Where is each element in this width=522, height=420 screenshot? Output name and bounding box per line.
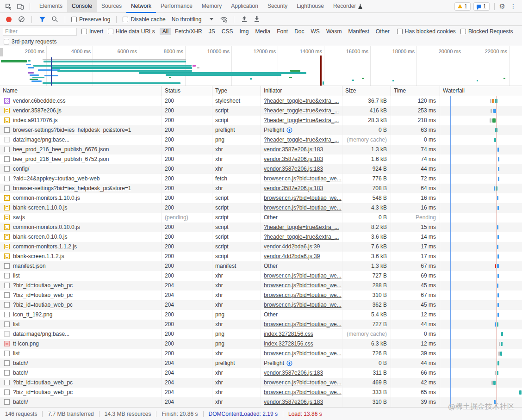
initiator-link[interactable]: vendor.3587e206.js:183 xyxy=(264,185,323,191)
cell-name[interactable]: blank-screen.1.10.0.js xyxy=(0,203,162,213)
tab-security[interactable]: Security xyxy=(263,0,292,13)
initiator-link[interactable]: vendor.3587e206.js:183 xyxy=(264,399,323,405)
cell-name[interactable]: ?aid=24&appkey=toutiao_web-web xyxy=(0,174,162,184)
cell-name[interactable]: common-monitors.1.1.2.js xyxy=(0,242,162,252)
column-header-waterfall[interactable]: Waterfall xyxy=(440,86,522,96)
initiator-link[interactable]: index.32728156.css xyxy=(264,340,313,347)
cell-name[interactable]: list xyxy=(0,320,162,329)
cell-name[interactable]: list xyxy=(0,349,162,358)
initiator-link[interactable]: browser.cn.js?bid=toutiao_we... xyxy=(264,389,342,395)
column-header-initiator[interactable]: Initiator xyxy=(261,86,342,96)
initiator-link[interactable]: ?header_toggle=true&extra_... xyxy=(264,107,339,114)
initiator-link[interactable]: vendor.3587e206.js:183 xyxy=(264,166,323,172)
settings-gear-icon[interactable]: ⚙ xyxy=(499,3,505,10)
initiator-link[interactable]: browser.cn.js?bid=toutiao_we... xyxy=(264,292,342,298)
cell-name[interactable]: ?biz_id=toutiao_web_pc xyxy=(0,290,162,300)
filter-type-js[interactable]: JS xyxy=(206,28,218,35)
cell-name[interactable]: manifest.json xyxy=(0,261,162,271)
table-row[interactable]: list200xhrbrowser.cn.js?bid=toutiao_we..… xyxy=(0,271,522,281)
initiator-link[interactable]: ?header_toggle=true&extra_... xyxy=(264,234,339,240)
table-row[interactable]: tt-icon.png200pngindex.32728156.css6.3 k… xyxy=(0,339,522,349)
search-icon[interactable] xyxy=(50,15,59,24)
cell-name[interactable]: blank-screen.1.1.2.js xyxy=(0,252,162,261)
table-row[interactable]: common-monitors.0.10.0.js200script?heade… xyxy=(0,222,522,232)
table-row[interactable]: common-monitors.1.10.0.js200scriptbrowse… xyxy=(0,193,522,203)
table-row[interactable]: list200xhrbrowser.cn.js?bid=toutiao_we..… xyxy=(0,320,522,329)
initiator-link[interactable]: ?header_toggle=true&extra_... xyxy=(264,224,339,230)
column-header-type[interactable]: Type xyxy=(212,86,261,96)
cell-name[interactable]: common-monitors.0.10.0.js xyxy=(0,222,162,232)
table-row[interactable]: blank-screen.1.1.2.js200scriptvendor.4dd… xyxy=(0,252,522,261)
filter-type-css[interactable]: CSS xyxy=(219,28,236,35)
cell-name[interactable]: data:image/png;base... xyxy=(0,329,162,339)
filter-type-all[interactable]: All xyxy=(160,28,171,35)
export-har-icon[interactable] xyxy=(253,15,261,24)
filter-type-other[interactable]: Other xyxy=(373,28,392,35)
cell-name[interactable]: blank-screen.0.10.0.js xyxy=(0,232,162,242)
table-row[interactable]: ?aid=24&appkey=toutiao_web-web200fetchbr… xyxy=(0,174,522,184)
table-row[interactable]: sw.js(pending)scriptOther0 BPending xyxy=(0,213,522,222)
cell-name[interactable]: batch/ xyxy=(0,358,162,368)
filter-input[interactable] xyxy=(3,28,77,36)
tab-recorder[interactable]: Recorder xyxy=(329,0,367,13)
initiator-link[interactable]: vendor.3587e206.js:183 xyxy=(264,146,323,153)
cell-name[interactable]: batch/ xyxy=(0,368,162,378)
blocked-requests-checkbox[interactable] xyxy=(460,29,466,34)
cell-name[interactable]: browser-settings?bid=ies_helpdesk_pc&sto… xyxy=(0,184,162,193)
table-row[interactable]: icon_tt_192.png200pngOther5.4 kB12 ms xyxy=(0,310,522,320)
cell-name[interactable]: tt-icon.png xyxy=(0,339,162,349)
has-blocked-cookies-checkbox[interactable] xyxy=(397,29,403,34)
cell-name[interactable]: bee_prod_216_bee_publish_6676.json xyxy=(0,145,162,154)
initiator-link[interactable]: browser.cn.js?bid=toutiao_we... xyxy=(264,321,342,327)
cell-name[interactable]: batch/ xyxy=(0,397,162,407)
tab-memory[interactable]: Memory xyxy=(197,0,226,13)
table-row[interactable]: ?biz_id=toutiao_web_pc204xhrbrowser.cn.j… xyxy=(0,388,522,397)
cell-name[interactable]: vendor.c6beddde.css xyxy=(0,96,162,106)
filter-type-media[interactable]: Media xyxy=(252,28,273,35)
table-row[interactable]: batch/204xhrvendor.3587e206.js:183311 B6… xyxy=(0,368,522,378)
cell-name[interactable]: index.a9117076.js xyxy=(0,116,162,125)
table-row[interactable]: ?biz_id=toutiao_web_pc204xhrbrowser.cn.j… xyxy=(0,300,522,310)
tab-lighthouse[interactable]: Lighthouse xyxy=(292,0,329,13)
more-options-icon[interactable]: ⋮ xyxy=(508,3,518,10)
table-row[interactable]: index.a9117076.js200script?header_toggle… xyxy=(0,116,522,125)
cell-name[interactable]: icon_tt_192.png xyxy=(0,310,162,320)
initiator-link[interactable]: vendor.3587e206.js:183 xyxy=(264,370,323,376)
load-time[interactable]: Load: 13.86 s xyxy=(283,411,327,417)
cell-name[interactable]: browser-settings?bid=ies_helpdesk_pc&sto… xyxy=(0,125,162,135)
filter-type-fetch-xhr[interactable]: Fetch/XHR xyxy=(172,28,205,35)
throttling-select[interactable]: No throttling xyxy=(170,16,216,23)
initiator-link[interactable]: browser.cn.js?bid=toutiao_we... xyxy=(264,302,342,308)
filter-type-manifest[interactable]: Manifest xyxy=(345,28,372,35)
table-row[interactable]: list200xhrbrowser.cn.js?bid=toutiao_we..… xyxy=(0,349,522,358)
cell-name[interactable]: ?biz_id=toutiao_web_pc xyxy=(0,388,162,397)
initiator-link[interactable]: vendor.3587e206.js:183 xyxy=(264,156,323,162)
preflight-request-icon[interactable] xyxy=(284,127,292,133)
table-row[interactable]: bee_prod_216_bee_publish_6752.json200xhr… xyxy=(0,154,522,164)
tab-performance[interactable]: Performance xyxy=(156,0,197,13)
clear-network-log-icon[interactable] xyxy=(17,15,25,24)
table-row[interactable]: bee_prod_216_bee_publish_6676.json200xhr… xyxy=(0,145,522,154)
table-row[interactable]: common-monitors.1.1.2.js200scriptvendor.… xyxy=(0,242,522,252)
initiator-link[interactable]: vendor.4dd2bda6.js:39 xyxy=(264,253,320,259)
tab-console[interactable]: Console xyxy=(67,0,97,13)
initiator-link[interactable]: browser.cn.js?bid=toutiao_we... xyxy=(264,272,342,279)
column-header-status[interactable]: Status xyxy=(162,86,212,96)
initiator-link[interactable]: browser.cn.js?bid=toutiao_we... xyxy=(264,204,342,211)
initiator-link[interactable]: browser.cn.js?bid=toutiao_we... xyxy=(264,175,342,182)
tab-network[interactable]: Network xyxy=(126,0,156,13)
record-network-log-button[interactable] xyxy=(5,15,13,24)
table-row[interactable]: vendor.3587e206.js200script?header_toggl… xyxy=(0,106,522,116)
table-row[interactable]: browser-settings?bid=ies_helpdesk_pc&sto… xyxy=(0,125,522,135)
device-toolbar-icon[interactable] xyxy=(16,2,25,11)
table-row[interactable]: config/200xhrvendor.3587e206.js:183924 B… xyxy=(0,164,522,174)
import-har-icon[interactable] xyxy=(240,15,249,24)
initiator-link[interactable]: vendor.4dd2bda6.js:39 xyxy=(264,243,320,250)
third-party-checkbox[interactable] xyxy=(4,39,9,44)
cell-name[interactable]: ?biz_id=toutiao_web_pc xyxy=(0,378,162,388)
filter-type-font[interactable]: Font xyxy=(274,28,291,35)
column-header-name[interactable]: Name xyxy=(0,86,162,96)
initiator-link[interactable]: ?header_toggle=true&extra_... xyxy=(264,117,339,124)
cell-name[interactable]: ?biz_id=toutiao_web_pc xyxy=(0,300,162,310)
table-row[interactable]: batch/204xhrvendor.3587e206.js:183310 B3… xyxy=(0,397,522,407)
